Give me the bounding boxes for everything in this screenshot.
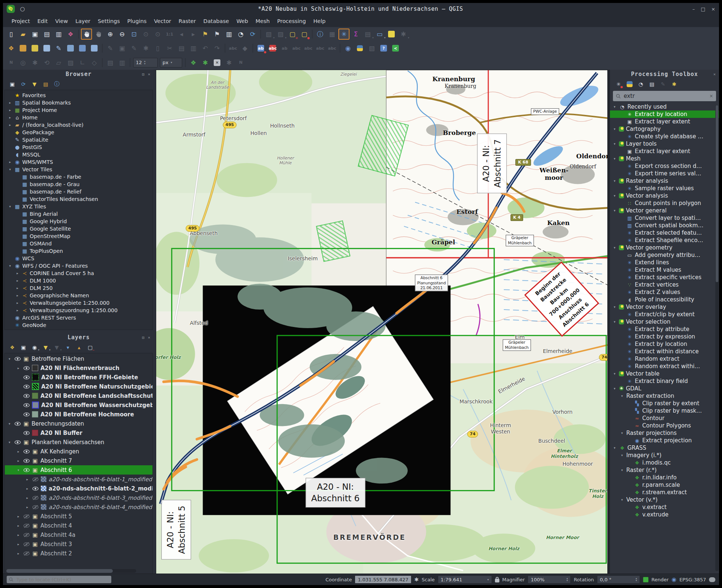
algorithm-vector-table[interactable]: ▾Vector table — [610, 370, 719, 377]
highlight-pinned-labels-icon[interactable]: abc — [267, 43, 278, 54]
attribute-table-icon[interactable]: ▤▾ — [362, 29, 373, 40]
browser-item-vt-basemap-grau[interactable]: ▦basemap.de - Grau — [5, 181, 152, 188]
layer-item-a20-ni-betroffene-ffh-gebiete[interactable]: A20 NI Betroffene FFH-Gebiete — [5, 373, 152, 382]
browser-item-wfs-corine[interactable]: ▸≺CORINE Land Cover 5 ha — [5, 270, 152, 277]
expand-arrow-icon[interactable]: ▸ — [16, 450, 21, 453]
add-vector-layer-icon[interactable] — [17, 43, 29, 54]
bookmark-manager-icon[interactable]: ▥ — [223, 29, 234, 40]
expand-arrow-icon[interactable]: ▸ — [15, 286, 20, 290]
menu-processing[interactable]: Processing — [274, 17, 309, 26]
algorithm-vector-overlay[interactable]: ▾Vector overlay — [610, 303, 719, 311]
save-project-icon[interactable]: ▣ — [29, 29, 40, 40]
layers-close-icon[interactable]: × — [148, 335, 151, 340]
expand-arrow-icon[interactable]: ▸ — [16, 459, 21, 463]
algorithm-recently-used[interactable]: ▾◔Recently used — [610, 103, 719, 110]
layer-item-abschnitt-7[interactable]: ▸▣Abschnitt 7 — [5, 456, 152, 465]
run-feature-action-icon[interactable]: ✱▾ — [398, 29, 409, 40]
expand-arrow-icon[interactable]: ▾ — [612, 105, 617, 109]
expand-arrow-icon[interactable]: ▾ — [620, 394, 624, 398]
vertex-editor-panel-icon[interactable]: ✱ — [223, 57, 234, 68]
map-canvas[interactable]: ZiegeleiAn der LandstraßePetersdorfHolln… — [156, 70, 608, 574]
toolbox-search-input[interactable] — [623, 92, 707, 100]
offset-curve-tool-icon[interactable]: ◇ — [89, 57, 100, 68]
algorithm-vector-general[interactable]: ▾Vector general — [610, 207, 719, 214]
layer-item-plankarten-niedersachsen[interactable]: ▾▣Plankarten Niedersachsen — [5, 437, 152, 447]
add-selected-layers-icon[interactable]: ▣ — [8, 80, 17, 89]
magnifier-field[interactable]: 100%▴▾ — [528, 575, 571, 584]
select-features-icon[interactable]: ▧▾ — [263, 29, 274, 40]
browser-item-home[interactable]: ▸⌂Home — [5, 114, 152, 121]
algorithm-raster-r-[interactable]: ▾Raster (r.*) — [610, 466, 719, 474]
redo-icon[interactable]: ↷ — [211, 43, 223, 54]
simplify-feature-tool-icon[interactable]: ▱ — [53, 57, 64, 68]
algorithm-extract-by-attribute[interactable]: ✳Extract by attribute — [610, 326, 719, 333]
layout-manager-icon[interactable]: ▥ — [53, 29, 64, 40]
layer-item-a20-nds-abschnitt-6-blatt-2-modified[interactable]: ▸a20-nds-abschnitt-6-blatt-2_modified — [5, 484, 152, 493]
expand-arrow-icon[interactable]: ▾ — [612, 209, 617, 212]
algorithm-extract-by-location[interactable]: ✳Extract by location — [610, 110, 719, 118]
algorithm-imagery-i-[interactable]: ▾Imagery (i.*) — [610, 452, 719, 459]
toolbox-scrollbar[interactable] — [715, 105, 719, 571]
browser-item-wfs-geographische-namen[interactable]: ▸≺Geographische Namen — [5, 292, 152, 299]
visibility-off-icon[interactable] — [32, 496, 39, 500]
close-button[interactable]: × — [711, 6, 715, 12]
copy-features-icon[interactable]: ▤ — [176, 43, 187, 54]
visibility-on-icon[interactable] — [23, 412, 30, 417]
expand-arrow-icon[interactable]: ▾ — [7, 440, 12, 444]
trim-extend-tool-icon[interactable]: ∟ — [77, 57, 88, 68]
browser-item-wfs-dlm-250[interactable]: ▸≺DLM 250 — [5, 284, 152, 292]
label-properties-icon[interactable]: abc — [326, 43, 338, 54]
metasearch-icon[interactable]: ◉ — [342, 43, 354, 54]
properties-widget-icon[interactable]: ⓘ — [52, 80, 61, 89]
expand-arrow-icon[interactable]: ▾ — [8, 168, 12, 171]
python-scripts-icon[interactable] — [625, 80, 634, 89]
algorithm-extend-lines[interactable]: ✳Extend lines — [610, 259, 719, 266]
save-layer-edits-icon[interactable]: ▣ — [116, 43, 128, 54]
browser-dock-icon[interactable]: ⊡ — [142, 72, 145, 77]
coordinate-field[interactable]: 1.031.555 7.088.427 — [355, 575, 411, 584]
algorithm-extract-m-values[interactable]: ✳Extract M values — [610, 266, 719, 274]
expand-arrow-icon[interactable]: ▾ — [612, 372, 617, 376]
browser-item-vt-basemap-farbe[interactable]: ▦basemap.de - Farbe — [5, 173, 152, 181]
expand-arrow-icon[interactable]: ▸ — [8, 101, 12, 105]
expand-arrow-icon[interactable]: ▾ — [620, 431, 624, 435]
expand-arrow-icon[interactable]: ▾ — [8, 264, 12, 268]
layer-item-abschnitt-3[interactable]: ▸▣Abschnitt 3 — [5, 539, 152, 549]
history-icon[interactable]: ◔ — [636, 80, 645, 89]
algorithm-raster-projections[interactable]: ▾Raster projections — [610, 429, 719, 437]
layer-item-a20-nds-abschnitt-6-blatt-3-modified[interactable]: ▸a20-nds-abschnitt-6-blatt-3_modified — [5, 493, 152, 502]
cut-features-icon[interactable]: ✂ — [164, 43, 175, 54]
algorithm-extract-within-distance[interactable]: ✳Extract within distance — [610, 348, 719, 355]
layer-item-a20-ni-betroffene-landschaftsschutzgebiete[interactable]: A20 NI Betroffene Landschaftsschutzgebie… — [5, 391, 152, 400]
browser-item-wfs-verwaltungszuordnung[interactable]: ▸≺Verwaltungszuordnung 1:250.000 — [5, 307, 152, 314]
expand-arrow-icon[interactable]: ▾ — [8, 205, 12, 208]
font-size-combo-icon[interactable]: 12▴▾ — [133, 58, 158, 67]
show-spatial-bookmarks-icon[interactable]: ⚑ — [211, 29, 223, 40]
collapse-all-icon[interactable]: ▤ — [41, 80, 50, 89]
layer-item-berechnungsdaten[interactable]: ▾▣Berechnungsdaten — [5, 419, 152, 428]
visibility-off-icon[interactable] — [32, 477, 39, 482]
node-highlight-tool-icon[interactable]: ✱ — [200, 57, 211, 68]
rotation-field[interactable]: 0,0 °▴▾ — [597, 575, 640, 584]
algorithm-v-extrude[interactable]: ❖v.extrude — [610, 511, 719, 518]
layer-item-a20-ni-betroffene-naturschutzgebiete[interactable]: A20 NI Betroffene Naturschutzgebiete — [5, 382, 152, 391]
algorithm-extract-selected-featu-[interactable]: ✳Extract selected featu… — [610, 229, 719, 237]
fill-ring-tool-icon[interactable]: ▨ — [65, 57, 76, 68]
layer-tree-tool-icon[interactable]: ❖ — [188, 57, 199, 68]
expand-arrow-icon[interactable]: ▾ — [612, 320, 617, 324]
algorithm-extract-by-expression[interactable]: ✳Extract by expression — [610, 333, 719, 340]
expand-arrow-icon[interactable]: ▾ — [612, 446, 617, 450]
data-source-manager-icon[interactable]: ❖ — [6, 43, 17, 54]
browser-item-xyz-osmand[interactable]: ▦OSMAnd — [5, 240, 152, 247]
add-delimited-text-layer-icon[interactable]: ✎ — [53, 43, 64, 54]
layer-item-abschnitt-4[interactable]: ▸▣Abschnitt 4 — [5, 521, 152, 530]
filter-browser-icon[interactable]: ▼ — [30, 80, 39, 89]
zoom-full-icon[interactable]: ⊡ — [128, 29, 140, 40]
expand-arrow-icon[interactable]: ▸ — [8, 160, 12, 164]
open-project-icon[interactable]: ▰ — [17, 29, 29, 40]
menu-settings[interactable]: Settings — [95, 17, 123, 26]
algorithm-r-param-scale[interactable]: ❖r.param.scale — [610, 481, 719, 489]
menu-plugins[interactable]: Plugins — [124, 17, 150, 26]
toolbox-options-icon[interactable]: ✳● — [614, 80, 623, 89]
visibility-on-icon[interactable] — [23, 449, 30, 454]
